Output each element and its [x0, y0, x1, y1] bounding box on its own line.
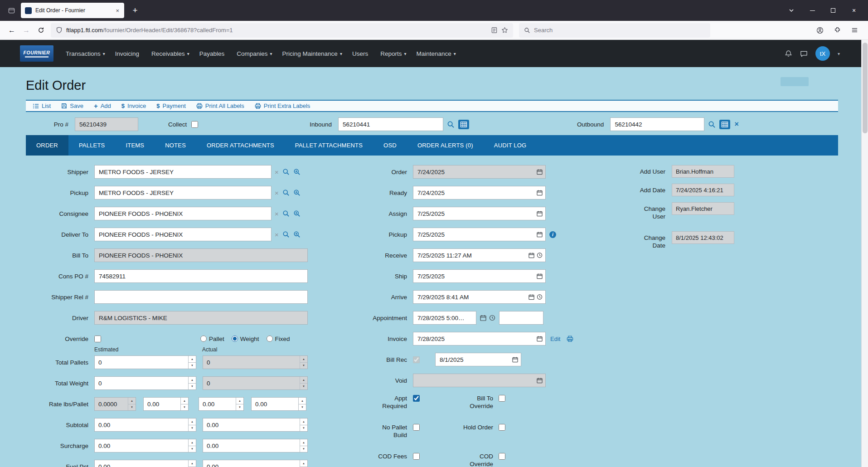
calendar-icon[interactable] — [537, 169, 543, 175]
clock-icon[interactable] — [537, 294, 543, 300]
window-close-button[interactable]: × — [844, 0, 864, 21]
bill-to-override-checkbox[interactable] — [499, 395, 505, 402]
driver-input[interactable] — [94, 311, 308, 325]
list-all-tabs-chevron-icon[interactable] — [781, 0, 802, 21]
chat-icon[interactable] — [800, 50, 808, 58]
spinner-icon[interactable]: ▲▼ — [188, 356, 196, 369]
spinner-icon[interactable]: ▲▼ — [188, 439, 196, 452]
clock-icon[interactable] — [489, 315, 495, 321]
ship-date-input[interactable] — [413, 269, 546, 283]
add-button[interactable]: + Add — [94, 102, 111, 109]
tab-notes[interactable]: NOTES — [155, 135, 196, 156]
back-button[interactable]: ← — [5, 23, 19, 38]
browser-tab[interactable]: Edit Order - Fournier × — [21, 3, 124, 18]
firefox-view-icon[interactable] — [5, 4, 18, 17]
hold-order-checkbox[interactable] — [499, 424, 505, 431]
spinner-icon[interactable]: ▲▼ — [300, 418, 307, 431]
subtotal-estim-input[interactable] — [95, 418, 188, 431]
menu-item-payables[interactable]: Payables — [194, 46, 232, 61]
scrollbar-thumb[interactable] — [863, 43, 868, 133]
calendar-icon[interactable] — [537, 211, 543, 217]
invoice-button[interactable]: $ Invoice — [121, 102, 146, 109]
pro-number-input[interactable] — [75, 117, 138, 131]
calendar-icon[interactable] — [529, 253, 534, 258]
invoice-printer-icon[interactable] — [567, 336, 573, 342]
assign-date-input[interactable] — [413, 207, 546, 220]
rate-input-2[interactable] — [144, 398, 180, 410]
invoice-date-input[interactable] — [413, 332, 546, 345]
window-maximize-button[interactable] — [823, 0, 844, 21]
surcharge-estim-input[interactable] — [95, 439, 188, 452]
shipper-search-icon[interactable] — [282, 168, 290, 175]
subtotal-actual-input[interactable] — [203, 418, 300, 431]
menu-item-receivables[interactable]: Receivables▾ — [146, 46, 194, 61]
shipper-clear-icon[interactable]: × — [275, 168, 279, 176]
spinner-icon[interactable]: ▲▼ — [300, 356, 307, 369]
cod-fees-checkbox[interactable] — [413, 453, 420, 460]
calendar-icon[interactable] — [537, 378, 543, 384]
user-avatar[interactable]: tX — [815, 46, 830, 61]
pickup-date-input[interactable] — [413, 228, 546, 241]
order-date-input[interactable] — [413, 165, 546, 179]
calendar-icon[interactable] — [537, 232, 543, 238]
pickup-info-icon[interactable]: i — [549, 231, 556, 238]
account-icon[interactable] — [813, 23, 827, 38]
cons-po-input[interactable] — [94, 269, 308, 283]
rate-mode-pallet-radio[interactable] — [200, 336, 207, 342]
spinner-icon[interactable]: ▲▼ — [188, 460, 196, 467]
spinner-icon[interactable]: ▲▼ — [188, 418, 196, 431]
browser-search-bar[interactable]: Search — [519, 23, 710, 38]
fuel-pct-actual-input[interactable] — [203, 460, 300, 467]
spinner-icon[interactable]: ▲▼ — [128, 398, 136, 410]
menu-icon[interactable] — [847, 23, 862, 38]
receive-date-input[interactable] — [413, 248, 546, 262]
extensions-icon[interactable] — [830, 23, 844, 38]
override-checkbox[interactable] — [94, 336, 101, 342]
pickup-advanced-search-icon[interactable] — [293, 189, 301, 196]
tab-pallets[interactable]: PALLETS — [68, 135, 116, 156]
spinner-icon[interactable]: ▲▼ — [298, 398, 306, 410]
tab-pallet-attachments[interactable]: PALLET ATTACHMENTS — [285, 135, 373, 156]
rate-input-1[interactable] — [95, 398, 128, 410]
print-all-labels-button[interactable]: Print All Labels — [196, 102, 244, 109]
total-pallets-actual-input[interactable] — [203, 356, 300, 369]
user-menu-chevron-icon[interactable]: ▾ — [838, 51, 840, 56]
total-weight-estim-input[interactable] — [95, 377, 188, 389]
void-date-input[interactable] — [413, 374, 546, 387]
calendar-icon[interactable] — [480, 315, 486, 321]
calendar-icon[interactable] — [512, 357, 518, 363]
bookmark-star-icon[interactable] — [501, 27, 508, 34]
cod-override-checkbox[interactable] — [499, 453, 505, 460]
total-pallets-estim-input[interactable] — [95, 356, 188, 369]
tab-order[interactable]: ORDER — [26, 135, 68, 156]
ready-date-input[interactable] — [413, 186, 546, 199]
arrive-date-input[interactable] — [413, 290, 546, 304]
consignee-advanced-search-icon[interactable] — [293, 210, 301, 217]
clock-icon[interactable] — [537, 253, 543, 258]
calendar-icon[interactable] — [537, 336, 543, 342]
menu-item-companies[interactable]: Companies▾ — [232, 46, 277, 61]
print-extra-labels-button[interactable]: Print Extra Labels — [255, 102, 310, 109]
outbound-search-icon[interactable] — [708, 121, 716, 128]
deliver-to-advanced-search-icon[interactable] — [293, 231, 301, 238]
tab-close-icon[interactable]: × — [115, 7, 120, 14]
consignee-clear-icon[interactable]: × — [275, 210, 279, 218]
list-button[interactable]: List — [33, 102, 51, 109]
consignee-input[interactable] — [94, 207, 272, 220]
save-button[interactable]: Save — [61, 102, 83, 109]
shield-icon[interactable] — [56, 27, 63, 34]
consignee-search-icon[interactable] — [282, 210, 290, 217]
appointment-datetime-input[interactable] — [413, 311, 476, 325]
forward-button[interactable]: → — [19, 23, 34, 38]
spinner-icon[interactable]: ▲▼ — [300, 377, 307, 389]
window-minimize-button[interactable] — [802, 0, 823, 21]
tab-order-alerts[interactable]: ORDER ALERTS (0) — [407, 135, 484, 156]
surcharge-actual-input[interactable] — [203, 439, 300, 452]
rate-mode-fixed-radio[interactable] — [267, 336, 273, 342]
menu-item-transactions[interactable]: Transactions▾ — [61, 46, 110, 61]
tab-audit-log[interactable]: AUDIT LOG — [484, 135, 537, 156]
calendar-icon[interactable] — [529, 294, 534, 300]
menu-item-pricing-maintenance[interactable]: Pricing Maintenance▾ — [277, 46, 347, 61]
spinner-icon[interactable]: ▲▼ — [300, 460, 307, 467]
notifications-bell-icon[interactable] — [785, 50, 792, 58]
